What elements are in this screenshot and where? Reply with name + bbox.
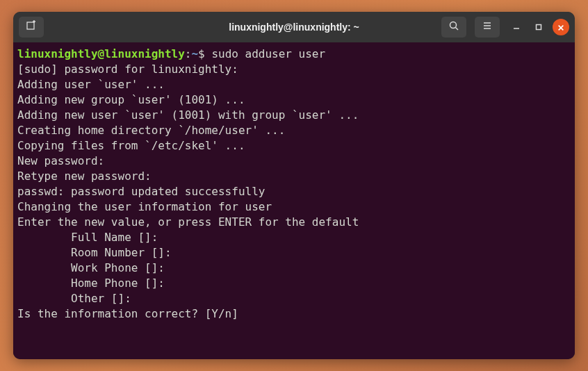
output-line: Enter the new value, or press ENTER for …: [17, 215, 568, 230]
close-button[interactable]: [553, 19, 569, 35]
new-tab-icon: [26, 20, 37, 34]
output-line: Room Number []:: [17, 245, 568, 261]
search-icon: [448, 20, 459, 34]
terminal-output[interactable]: linuxnightly@linuxnightly:~$ sudo adduse…: [13, 42, 575, 359]
output-line: Full Name []:: [17, 230, 568, 245]
prompt-user-host: linuxnightly@linuxnightly: [17, 47, 185, 60]
output-line: Is the information correct? [Y/n]: [17, 306, 568, 322]
svg-rect-0: [27, 22, 34, 29]
output-line: Work Phone []:: [17, 261, 568, 276]
svg-rect-9: [537, 24, 541, 29]
output-line: Retype new password:: [17, 169, 568, 184]
minimize-icon: [512, 21, 521, 34]
new-tab-button[interactable]: [19, 17, 44, 38]
close-icon: [557, 21, 564, 34]
minimize-button[interactable]: [508, 19, 525, 35]
output-line: Adding new group `user' (1001) ...: [17, 92, 568, 108]
prompt-path: ~: [191, 47, 198, 60]
output-line: Creating home directory `/home/user' ...: [17, 123, 568, 138]
output-line: Adding new user `user' (1001) with group…: [17, 108, 568, 123]
output-line: Adding user `user' ...: [17, 77, 568, 92]
svg-point-3: [450, 22, 457, 28]
window-title: linuxnightly@linuxnightly: ~: [229, 22, 359, 33]
output-line: [sudo] password for linuxnightly:: [17, 62, 568, 77]
search-button[interactable]: [441, 17, 466, 38]
output-line: Changing the user information for user: [17, 199, 568, 215]
output-line: New password:: [17, 154, 568, 169]
menu-button[interactable]: [475, 17, 500, 38]
output-line: Home Phone []:: [17, 276, 568, 291]
prompt-line: linuxnightly@linuxnightly:~$ sudo adduse…: [17, 47, 568, 62]
titlebar-left: [19, 17, 47, 38]
prompt-dollar: $: [198, 47, 211, 60]
command-text: sudo adduser user: [211, 47, 325, 60]
terminal-window: linuxnightly@linuxnightly: ~: [13, 12, 575, 359]
output-line: Copying files from `/etc/skel' ...: [17, 138, 568, 154]
maximize-icon: [534, 21, 543, 34]
maximize-button[interactable]: [530, 19, 547, 35]
output-line: Other []:: [17, 291, 568, 306]
titlebar-right: [441, 17, 569, 38]
hamburger-icon: [482, 20, 493, 34]
output-line: passwd: password updated successfully: [17, 184, 568, 199]
svg-line-4: [456, 28, 459, 31]
titlebar: linuxnightly@linuxnightly: ~: [13, 12, 575, 42]
